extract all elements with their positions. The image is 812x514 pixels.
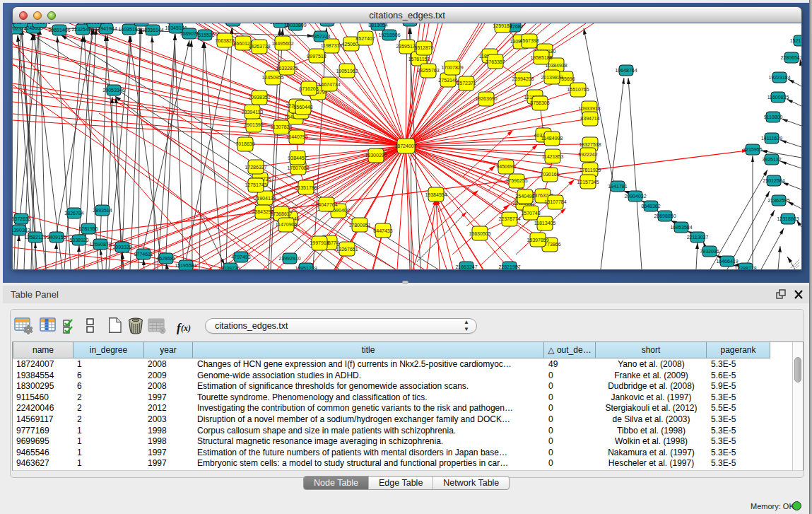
svg-text:18327538: 18327538	[579, 142, 601, 147]
svg-text:12690878: 12690878	[89, 242, 111, 247]
svg-text:14263738: 14263738	[248, 44, 270, 49]
svg-text:(x): (x)	[181, 323, 191, 333]
svg-text:13295602: 13295602	[83, 23, 105, 25]
svg-text:2753146: 2753146	[438, 78, 457, 83]
svg-text:15761153: 15761153	[408, 57, 430, 62]
svg-text:2039736: 2039736	[220, 266, 240, 269]
svg-text:14047764: 14047764	[315, 202, 337, 207]
svg-text:8648362: 8648362	[641, 204, 660, 209]
svg-text:17493545: 17493545	[28, 23, 50, 25]
svg-text:2901395: 2901395	[244, 122, 263, 127]
svg-text:3826784: 3826784	[64, 211, 83, 216]
svg-text:19051962: 19051962	[336, 69, 358, 74]
svg-text:5922242: 5922242	[578, 152, 597, 157]
svg-text:20691406: 20691406	[48, 28, 70, 33]
svg-text:12318803: 12318803	[777, 216, 799, 221]
svg-text:7932036: 7932036	[700, 249, 719, 254]
svg-text:23255763: 23255763	[417, 68, 439, 73]
svg-text:12298778: 12298778	[734, 266, 756, 269]
svg-text:12157345: 12157345	[577, 180, 599, 185]
svg-text:5758308: 5758308	[530, 100, 549, 105]
svg-text:11421853: 11421853	[542, 154, 564, 159]
svg-text:6202779: 6202779	[12, 23, 30, 25]
svg-text:16953584: 16953584	[670, 225, 692, 230]
svg-text:20904032: 20904032	[624, 194, 646, 199]
svg-text:11600835: 11600835	[767, 95, 789, 100]
svg-text:20938351: 20938351	[248, 95, 270, 100]
svg-text:13267651: 13267651	[336, 247, 358, 252]
svg-text:21390383: 21390383	[12, 228, 30, 233]
svg-text:20053346: 20053346	[102, 88, 124, 93]
svg-text:21663247: 21663247	[455, 264, 477, 269]
svg-text:13107784: 13107784	[544, 199, 566, 204]
svg-text:7663822: 7663822	[215, 38, 234, 43]
svg-text:17286337: 17286337	[245, 165, 266, 170]
svg-text:8813054: 8813054	[368, 23, 387, 28]
svg-text:3093328: 3093328	[112, 245, 131, 250]
svg-text:5512876: 5512876	[414, 45, 433, 50]
svg-text:21904133: 21904133	[254, 196, 276, 201]
svg-text:11813405: 11813405	[534, 221, 556, 226]
svg-text:23992910: 23992910	[278, 256, 300, 261]
svg-text:12751743: 12751743	[245, 182, 266, 187]
svg-text:21351780: 21351780	[295, 185, 317, 190]
svg-text:8394714: 8394714	[580, 116, 599, 121]
svg-text:16440795: 16440795	[286, 134, 307, 139]
svg-text:6447433: 6447433	[373, 228, 392, 233]
svg-text:18336144: 18336144	[141, 28, 163, 33]
svg-text:7515526: 7515526	[195, 33, 214, 37]
svg-text:19585185: 19585185	[530, 55, 552, 60]
svg-text:14674734: 14674734	[318, 82, 340, 87]
svg-text:11987378: 11987378	[321, 43, 343, 48]
svg-text:8527407: 8527407	[355, 36, 375, 41]
svg-text:3409155: 3409155	[47, 235, 66, 240]
svg-text:9384457: 9384457	[288, 156, 307, 160]
svg-text:4567398: 4567398	[519, 38, 539, 43]
svg-text:20698850: 20698850	[654, 214, 676, 218]
svg-text:5560448: 5560448	[293, 105, 312, 110]
svg-text:8997518: 8997518	[307, 54, 326, 59]
svg-text:18495602: 18495602	[271, 41, 293, 46]
svg-text:3925132: 3925132	[762, 157, 781, 162]
svg-text:14035196: 14035196	[118, 27, 140, 32]
svg-text:11470906: 11470906	[276, 222, 298, 227]
svg-text:3763387: 3763387	[486, 59, 505, 64]
svg-text:19223184: 19223184	[768, 75, 790, 80]
svg-text:15195581: 15195581	[175, 263, 196, 268]
svg-text:1570748: 1570748	[521, 211, 540, 216]
svg-text:19218506: 19218506	[378, 33, 400, 37]
svg-text:22113037: 22113037	[687, 235, 709, 240]
svg-text:22806547: 22806547	[780, 55, 801, 60]
svg-text:15397859: 15397859	[526, 238, 548, 243]
svg-text:17811929: 17811929	[579, 168, 601, 173]
svg-text:10933918: 10933918	[578, 106, 600, 111]
svg-text:16332875: 16332875	[276, 66, 298, 71]
svg-text:8774611: 8774611	[134, 252, 153, 257]
svg-text:8572371: 8572371	[457, 81, 476, 86]
svg-text:19384554: 19384554	[425, 192, 447, 197]
svg-text:20139873: 20139873	[541, 75, 563, 80]
svg-text:15630505: 15630505	[469, 231, 490, 236]
svg-text:3215955: 3215955	[743, 147, 762, 152]
svg-text:6716203: 6716203	[299, 86, 318, 91]
svg-text:18724007: 18724007	[394, 144, 416, 148]
svg-text:18300295: 18300295	[365, 153, 387, 158]
svg-text:5338923: 5338923	[69, 238, 88, 243]
svg-text:16466419: 16466419	[716, 259, 738, 264]
svg-text:1259188: 1259188	[493, 23, 512, 28]
svg-text:17007829: 17007829	[441, 65, 463, 70]
svg-text:1941781: 1941781	[608, 184, 627, 189]
svg-text:17800951: 17800951	[348, 223, 370, 228]
svg-text:13582129: 13582129	[24, 235, 46, 240]
svg-text:9372633: 9372633	[12, 216, 31, 221]
svg-text:9450690: 9450690	[496, 164, 515, 169]
svg-text:2893514: 2893514	[93, 208, 112, 213]
svg-text:11484998: 11484998	[541, 136, 563, 141]
svg-text:2540498: 2540498	[515, 194, 534, 199]
svg-text:14111639: 14111639	[761, 136, 782, 141]
svg-text:15510765: 15510765	[567, 87, 589, 92]
svg-text:11307825: 11307825	[271, 124, 293, 129]
svg-text:4628681: 4628681	[156, 256, 175, 261]
svg-text:7030166: 7030166	[540, 172, 559, 177]
svg-text:10648764: 10648764	[615, 68, 637, 73]
